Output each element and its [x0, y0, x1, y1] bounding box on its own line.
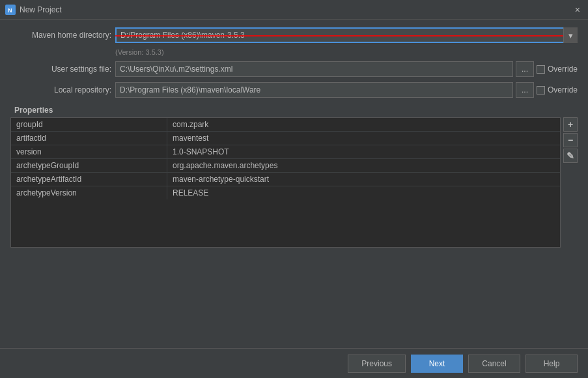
properties-wrapper: groupIdcom.zparkartifactIdmaventestversi… — [10, 117, 578, 248]
user-settings-override-label: Override — [548, 65, 578, 74]
property-key: archetypeVersion — [11, 186, 167, 199]
user-settings-override-container: Override — [537, 65, 578, 74]
add-property-button[interactable]: + — [563, 117, 578, 132]
property-key: version — [11, 145, 167, 158]
properties-actions: + − ✎ — [563, 117, 578, 248]
property-key: archetypeGroupId — [11, 159, 167, 172]
table-row[interactable]: artifactIdmaventest — [11, 132, 560, 145]
property-value: maventest — [167, 132, 560, 145]
user-settings-input-container: ... Override — [115, 61, 578, 77]
close-button[interactable]: × — [572, 5, 583, 15]
red-strikethrough — [115, 35, 578, 36]
dialog-content: Maven home directory: ▾ (Version: 3.5.3)… — [0, 20, 588, 261]
user-settings-override-checkbox[interactable] — [537, 65, 545, 74]
remove-property-button[interactable]: − — [563, 133, 578, 147]
version-hint: (Version: 3.5.3) — [115, 48, 578, 56]
user-settings-label: User settings file: — [10, 65, 111, 74]
maven-home-input-wrapper: ▾ — [115, 27, 578, 43]
cancel-button[interactable]: Cancel — [468, 355, 520, 373]
local-repo-browse-button[interactable]: ... — [516, 82, 534, 98]
footer: Previous Next Cancel Help — [0, 348, 588, 378]
edit-property-button[interactable]: ✎ — [563, 149, 578, 163]
title-bar: N New Project × — [0, 0, 588, 20]
property-value: maven-archetype-quickstart — [167, 173, 560, 186]
local-repo-row: Local repository: ... Override — [10, 82, 578, 98]
local-repo-override-label: Override — [548, 85, 578, 94]
maven-home-row: Maven home directory: ▾ — [10, 27, 578, 43]
user-settings-row: User settings file: ... Override — [10, 61, 578, 77]
local-repo-input[interactable] — [115, 82, 513, 98]
table-row[interactable]: archetypeVersionRELEASE — [11, 186, 560, 199]
local-repo-override-checkbox[interactable] — [537, 86, 545, 94]
local-repo-input-container: ... Override — [115, 82, 578, 98]
property-value: 1.0-SNAPSHOT — [167, 145, 560, 158]
properties-header: Properties — [10, 103, 578, 117]
properties-table[interactable]: groupIdcom.zparkartifactIdmaventestversi… — [10, 117, 561, 248]
properties-section: Properties groupIdcom.zparkartifactIdmav… — [10, 103, 578, 248]
maven-home-dropdown-button[interactable]: ▾ — [563, 27, 578, 43]
user-settings-browse-button[interactable]: ... — [516, 61, 534, 77]
table-row[interactable]: archetypeArtifactIdmaven-archetype-quick… — [11, 173, 560, 186]
table-row[interactable]: groupIdcom.zpark — [11, 118, 560, 132]
user-settings-input[interactable] — [115, 61, 513, 77]
dialog-title: New Project — [20, 5, 568, 14]
property-value: RELEASE — [167, 186, 560, 199]
table-row[interactable]: archetypeGroupIdorg.apache.maven.archety… — [11, 159, 560, 173]
property-key: groupId — [11, 118, 167, 131]
previous-button[interactable]: Previous — [348, 355, 406, 373]
property-key: artifactId — [11, 132, 167, 145]
property-key: archetypeArtifactId — [11, 173, 167, 186]
svg-text:N: N — [8, 7, 12, 14]
local-repo-override-container: Override — [537, 85, 578, 94]
property-value: org.apache.maven.archetypes — [167, 159, 560, 172]
property-value: com.zpark — [167, 118, 560, 131]
app-icon: N — [5, 5, 16, 15]
local-repo-label: Local repository: — [10, 85, 111, 94]
table-row[interactable]: version1.0-SNAPSHOT — [11, 145, 560, 159]
help-button[interactable]: Help — [525, 355, 578, 373]
next-button[interactable]: Next — [411, 355, 463, 373]
maven-home-label: Maven home directory: — [10, 31, 111, 40]
